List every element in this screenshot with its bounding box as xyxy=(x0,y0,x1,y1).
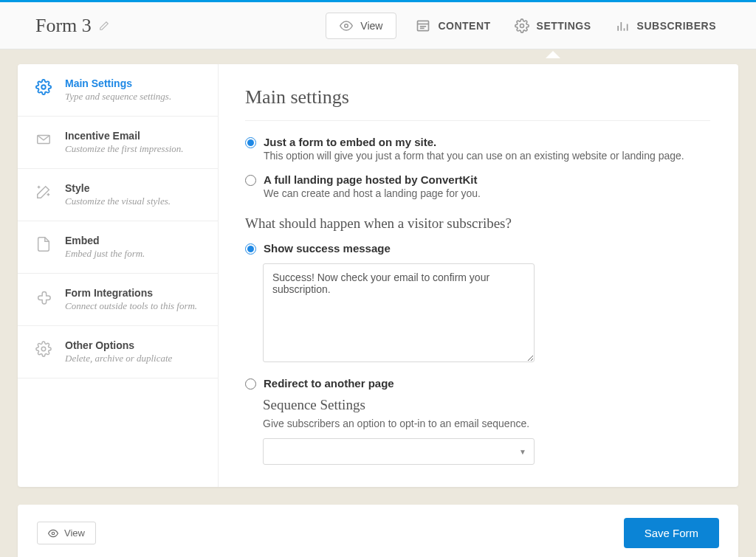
envelope-icon xyxy=(34,131,53,148)
divider xyxy=(245,120,710,121)
sequence-heading: Sequence Settings xyxy=(263,397,710,413)
eye-icon xyxy=(48,528,58,539)
footer: View Save Form xyxy=(18,505,738,557)
sidebar-item-sub: Customize the first impression. xyxy=(65,143,184,155)
radio-landing-label: A full landing page hosted by ConvertKit xyxy=(264,173,710,186)
nav-subscribers[interactable]: SUBSCRIBERS xyxy=(611,13,721,39)
radio-embed[interactable] xyxy=(245,137,256,148)
wand-icon xyxy=(34,184,53,200)
header: Form 3 View CONTENT SETTINGS xyxy=(0,2,756,49)
radio-embed-label: Just a form to embed on my site. xyxy=(264,136,710,148)
sidebar-item-sub: Customize the visual styles. xyxy=(65,196,171,207)
nav-subscribers-label: SUBSCRIBERS xyxy=(637,20,716,32)
radio-embed-desc: This option will give you just a form th… xyxy=(264,150,710,162)
header-nav: View CONTENT SETTINGS SUBSCRIBERS xyxy=(326,13,721,39)
footer-view-label: View xyxy=(64,527,85,539)
svg-point-10 xyxy=(41,85,46,89)
sidebar-item-sub: Type and sequence settings. xyxy=(65,91,171,103)
sequence-desc: Give subscribers an option to opt-in to … xyxy=(263,418,710,429)
nav-content[interactable]: CONTENT xyxy=(411,13,495,39)
gear-icon xyxy=(34,341,53,357)
view-button[interactable]: View xyxy=(326,13,396,39)
nav-settings-label: SETTINGS xyxy=(537,20,591,32)
radio-landing[interactable] xyxy=(245,175,256,186)
file-icon xyxy=(34,236,53,252)
sidebar-item-sub: Connect outside tools to this form. xyxy=(65,300,197,312)
radio-row-redirect: Redirect to another page xyxy=(245,377,710,390)
view-button-label: View xyxy=(360,20,382,32)
radio-redirect-label: Redirect to another page xyxy=(264,377,710,390)
content-icon xyxy=(416,18,430,33)
main-content: Main settings Just a form to embed on my… xyxy=(219,64,738,487)
page-title: Form 3 xyxy=(35,15,92,37)
svg-point-0 xyxy=(345,24,348,27)
pencil-icon[interactable] xyxy=(99,21,109,31)
eye-icon xyxy=(340,19,353,32)
sidebar-item-embed[interactable]: Embed Embed just the form. xyxy=(18,221,218,274)
title-wrap: Form 3 xyxy=(35,15,109,37)
bars-icon xyxy=(615,18,630,33)
puzzle-icon xyxy=(34,288,53,305)
save-form-button[interactable]: Save Form xyxy=(624,518,719,548)
sidebar-item-other-options[interactable]: Other Options Delete, archive or duplica… xyxy=(18,326,218,378)
nav-settings[interactable]: SETTINGS xyxy=(510,13,596,39)
sidebar-item-form-integrations[interactable]: Form Integrations Connect outside tools … xyxy=(18,274,218,326)
radio-success[interactable] xyxy=(245,243,256,255)
sidebar-item-title: Main Settings xyxy=(65,77,171,89)
radio-row-landing: A full landing page hosted by ConvertKit… xyxy=(245,173,710,208)
sidebar-item-main-settings[interactable]: Main Settings Type and sequence settings… xyxy=(18,64,218,117)
sidebar-item-title: Style xyxy=(65,182,171,194)
sequence-select[interactable]: ▼ xyxy=(263,438,535,465)
footer-view-button[interactable]: View xyxy=(37,522,96,544)
nav-content-label: CONTENT xyxy=(438,20,490,32)
sidebar-item-style[interactable]: Style Customize the visual styles. xyxy=(18,169,218,221)
svg-point-17 xyxy=(52,532,55,535)
main-panel: Main Settings Type and sequence settings… xyxy=(18,64,738,487)
sidebar-item-title: Embed xyxy=(65,235,145,246)
main-heading: Main settings xyxy=(245,86,710,108)
radio-success-label: Show success message xyxy=(264,242,710,255)
sidebar: Main Settings Type and sequence settings… xyxy=(18,64,219,487)
subscribe-action-heading: What should happen when a visitor subscr… xyxy=(245,215,710,232)
radio-landing-desc: We can create and host a landing page fo… xyxy=(264,187,710,199)
sidebar-item-title: Form Integrations xyxy=(65,287,197,299)
svg-point-5 xyxy=(520,24,523,27)
gear-icon xyxy=(34,79,53,95)
sidebar-item-sub: Embed just the form. xyxy=(65,248,145,260)
svg-point-16 xyxy=(41,347,46,351)
radio-row-success: Show success message xyxy=(245,242,710,255)
sidebar-item-sub: Delete, archive or duplicate xyxy=(65,353,172,364)
sidebar-item-incentive-email[interactable]: Incentive Email Customize the first impr… xyxy=(18,117,218,169)
sidebar-item-title: Other Options xyxy=(65,339,172,351)
gear-icon xyxy=(515,18,529,33)
radio-redirect[interactable] xyxy=(245,378,256,390)
success-message-textarea[interactable] xyxy=(263,263,535,362)
sidebar-item-title: Incentive Email xyxy=(65,130,184,142)
radio-row-embed: Just a form to embed on my site. This op… xyxy=(245,136,710,170)
caret-down-icon: ▼ xyxy=(519,448,526,456)
